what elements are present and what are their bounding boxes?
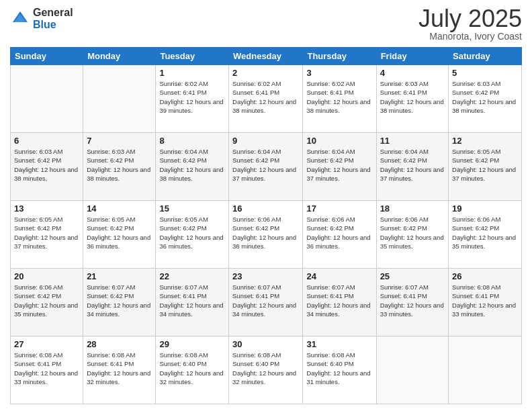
week-row-4: 20Sunrise: 6:06 AMSunset: 6:42 PMDayligh… bbox=[11, 269, 522, 336]
calendar-cell: 21Sunrise: 6:07 AMSunset: 6:42 PMDayligh… bbox=[83, 269, 156, 336]
calendar-cell: 31Sunrise: 6:08 AMSunset: 6:40 PMDayligh… bbox=[303, 336, 376, 404]
calendar-cell: 22Sunrise: 6:07 AMSunset: 6:41 PMDayligh… bbox=[156, 269, 229, 336]
calendar-cell: 24Sunrise: 6:07 AMSunset: 6:41 PMDayligh… bbox=[303, 269, 376, 336]
day-number: 5 bbox=[452, 68, 518, 78]
calendar-cell: 1Sunrise: 6:02 AMSunset: 6:41 PMDaylight… bbox=[156, 65, 229, 133]
month-title: July 2025 bbox=[418, 7, 522, 31]
day-number: 19 bbox=[452, 203, 518, 214]
day-info: Sunrise: 6:03 AMSunset: 6:42 PMDaylight:… bbox=[87, 147, 152, 183]
day-info: Sunrise: 6:06 AMSunset: 6:42 PMDaylight:… bbox=[14, 283, 79, 318]
calendar-cell: 8Sunrise: 6:04 AMSunset: 6:42 PMDaylight… bbox=[156, 133, 229, 201]
calendar-cell: 27Sunrise: 6:08 AMSunset: 6:41 PMDayligh… bbox=[11, 336, 83, 404]
col-saturday: Saturday bbox=[449, 48, 522, 65]
day-number: 29 bbox=[159, 339, 225, 349]
calendar-cell: 28Sunrise: 6:08 AMSunset: 6:41 PMDayligh… bbox=[83, 336, 156, 404]
day-info: Sunrise: 6:06 AMSunset: 6:42 PMDaylight:… bbox=[232, 215, 299, 250]
day-info: Sunrise: 6:06 AMSunset: 6:42 PMDaylight:… bbox=[452, 215, 518, 250]
week-row-1: 1Sunrise: 6:02 AMSunset: 6:41 PMDaylight… bbox=[11, 65, 522, 133]
calendar-cell: 13Sunrise: 6:05 AMSunset: 6:42 PMDayligh… bbox=[11, 201, 83, 269]
calendar-cell: 14Sunrise: 6:05 AMSunset: 6:42 PMDayligh… bbox=[83, 201, 156, 269]
calendar-cell: 4Sunrise: 6:03 AMSunset: 6:41 PMDaylight… bbox=[376, 65, 448, 133]
day-number: 11 bbox=[380, 136, 445, 146]
day-info: Sunrise: 6:04 AMSunset: 6:42 PMDaylight:… bbox=[380, 147, 445, 183]
day-number: 13 bbox=[14, 203, 79, 214]
calendar-cell: 26Sunrise: 6:08 AMSunset: 6:41 PMDayligh… bbox=[449, 269, 522, 336]
day-info: Sunrise: 6:08 AMSunset: 6:41 PMDaylight:… bbox=[14, 351, 79, 386]
col-monday: Monday bbox=[83, 48, 156, 65]
day-number: 16 bbox=[232, 203, 299, 214]
calendar-cell: 7Sunrise: 6:03 AMSunset: 6:42 PMDaylight… bbox=[83, 133, 156, 201]
day-number: 22 bbox=[159, 271, 225, 281]
day-info: Sunrise: 6:02 AMSunset: 6:41 PMDaylight:… bbox=[232, 79, 299, 115]
header: General Blue July 2025 Manorota, Ivory C… bbox=[10, 7, 522, 42]
logo-blue-text: Blue bbox=[33, 19, 73, 31]
day-number: 8 bbox=[159, 136, 225, 146]
calendar-cell: 2Sunrise: 6:02 AMSunset: 6:41 PMDaylight… bbox=[229, 65, 303, 133]
day-info: Sunrise: 6:07 AMSunset: 6:41 PMDaylight:… bbox=[159, 283, 225, 318]
calendar-cell: 17Sunrise: 6:06 AMSunset: 6:42 PMDayligh… bbox=[303, 201, 376, 269]
day-number: 28 bbox=[87, 339, 152, 349]
location-subtitle: Manorota, Ivory Coast bbox=[418, 31, 522, 42]
day-number: 21 bbox=[87, 271, 152, 281]
day-number: 31 bbox=[306, 339, 372, 349]
day-number: 2 bbox=[232, 68, 299, 78]
day-info: Sunrise: 6:08 AMSunset: 6:40 PMDaylight:… bbox=[159, 351, 225, 386]
day-number: 10 bbox=[306, 136, 372, 146]
day-info: Sunrise: 6:07 AMSunset: 6:42 PMDaylight:… bbox=[87, 283, 152, 318]
week-row-2: 6Sunrise: 6:03 AMSunset: 6:42 PMDaylight… bbox=[11, 133, 522, 201]
col-tuesday: Tuesday bbox=[156, 48, 229, 65]
day-info: Sunrise: 6:07 AMSunset: 6:41 PMDaylight:… bbox=[232, 283, 299, 318]
day-number: 9 bbox=[232, 136, 299, 146]
calendar-cell: 23Sunrise: 6:07 AMSunset: 6:41 PMDayligh… bbox=[229, 269, 303, 336]
day-number: 14 bbox=[87, 203, 152, 214]
logo: General Blue bbox=[10, 7, 73, 30]
day-info: Sunrise: 6:03 AMSunset: 6:42 PMDaylight:… bbox=[452, 79, 518, 115]
day-info: Sunrise: 6:08 AMSunset: 6:40 PMDaylight:… bbox=[232, 351, 299, 386]
logo-text: General Blue bbox=[33, 7, 73, 30]
day-number: 25 bbox=[380, 271, 445, 281]
day-info: Sunrise: 6:08 AMSunset: 6:41 PMDaylight:… bbox=[452, 283, 518, 318]
day-number: 15 bbox=[159, 203, 225, 214]
col-friday: Friday bbox=[376, 48, 448, 65]
day-info: Sunrise: 6:03 AMSunset: 6:42 PMDaylight:… bbox=[14, 147, 79, 183]
col-sunday: Sunday bbox=[11, 48, 83, 65]
calendar-cell: 9Sunrise: 6:04 AMSunset: 6:42 PMDaylight… bbox=[229, 133, 303, 201]
header-row: Sunday Monday Tuesday Wednesday Thursday… bbox=[11, 48, 522, 65]
day-number: 6 bbox=[14, 136, 79, 146]
day-info: Sunrise: 6:04 AMSunset: 6:42 PMDaylight:… bbox=[159, 147, 225, 183]
day-number: 7 bbox=[87, 136, 152, 146]
day-info: Sunrise: 6:06 AMSunset: 6:42 PMDaylight:… bbox=[380, 215, 445, 250]
calendar-cell bbox=[83, 65, 156, 133]
logo-general-text: General bbox=[33, 7, 73, 19]
day-number: 27 bbox=[14, 339, 79, 349]
calendar-cell: 30Sunrise: 6:08 AMSunset: 6:40 PMDayligh… bbox=[229, 336, 303, 404]
day-number: 23 bbox=[232, 271, 299, 281]
calendar-cell: 18Sunrise: 6:06 AMSunset: 6:42 PMDayligh… bbox=[376, 201, 448, 269]
day-info: Sunrise: 6:04 AMSunset: 6:42 PMDaylight:… bbox=[232, 147, 299, 183]
calendar-cell: 19Sunrise: 6:06 AMSunset: 6:42 PMDayligh… bbox=[449, 201, 522, 269]
calendar-cell: 25Sunrise: 6:07 AMSunset: 6:41 PMDayligh… bbox=[376, 269, 448, 336]
day-number: 26 bbox=[452, 271, 518, 281]
day-number: 30 bbox=[232, 339, 299, 349]
title-block: July 2025 Manorota, Ivory Coast bbox=[418, 7, 522, 42]
day-number: 3 bbox=[306, 68, 372, 78]
calendar-cell: 12Sunrise: 6:05 AMSunset: 6:42 PMDayligh… bbox=[449, 133, 522, 201]
day-info: Sunrise: 6:07 AMSunset: 6:41 PMDaylight:… bbox=[380, 283, 445, 318]
day-info: Sunrise: 6:08 AMSunset: 6:40 PMDaylight:… bbox=[306, 351, 372, 386]
calendar-cell: 20Sunrise: 6:06 AMSunset: 6:42 PMDayligh… bbox=[11, 269, 83, 336]
calendar-cell bbox=[11, 65, 83, 133]
calendar-cell: 11Sunrise: 6:04 AMSunset: 6:42 PMDayligh… bbox=[376, 133, 448, 201]
day-number: 4 bbox=[380, 68, 445, 78]
day-info: Sunrise: 6:05 AMSunset: 6:42 PMDaylight:… bbox=[14, 215, 79, 250]
day-info: Sunrise: 6:05 AMSunset: 6:42 PMDaylight:… bbox=[87, 215, 152, 250]
day-info: Sunrise: 6:08 AMSunset: 6:41 PMDaylight:… bbox=[87, 351, 152, 386]
day-number: 20 bbox=[14, 271, 79, 281]
day-number: 24 bbox=[306, 271, 372, 281]
day-info: Sunrise: 6:06 AMSunset: 6:42 PMDaylight:… bbox=[306, 215, 372, 250]
day-number: 18 bbox=[380, 203, 445, 214]
day-info: Sunrise: 6:05 AMSunset: 6:42 PMDaylight:… bbox=[452, 147, 518, 183]
calendar-table: Sunday Monday Tuesday Wednesday Thursday… bbox=[10, 47, 522, 404]
col-thursday: Thursday bbox=[303, 48, 376, 65]
day-info: Sunrise: 6:04 AMSunset: 6:42 PMDaylight:… bbox=[306, 147, 372, 183]
calendar-cell: 29Sunrise: 6:08 AMSunset: 6:40 PMDayligh… bbox=[156, 336, 229, 404]
